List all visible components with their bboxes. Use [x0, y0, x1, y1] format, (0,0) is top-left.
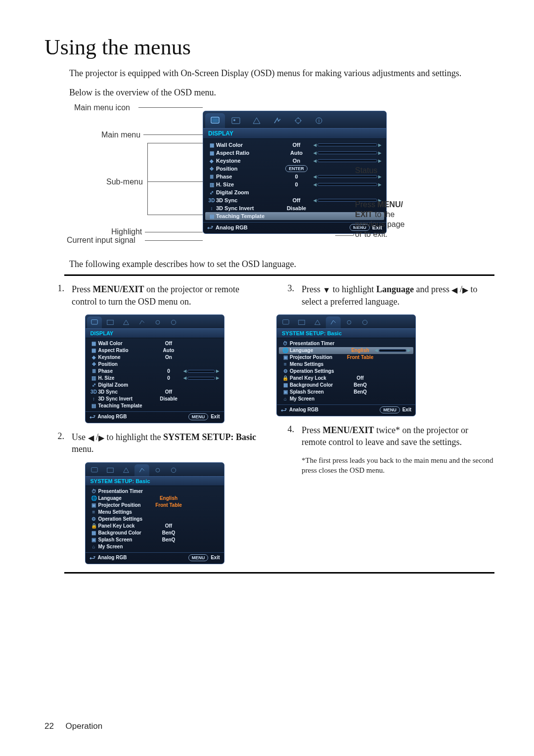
osd-tab-system2-icon[interactable] [150, 316, 165, 328]
svg-text:i: i [318, 118, 319, 124]
osd-row[interactable]: 🔒Panel Key LockOff [89, 523, 220, 530]
step-column-right: 3. Press ▼ to highlight Language and pre… [274, 283, 494, 572]
callout-status: Status [355, 166, 377, 175]
callout-highlight: Highlight [111, 227, 142, 236]
osd-row[interactable]: 🔒Panel Key LockOff [281, 375, 411, 382]
page-footer: 22 Operation [44, 721, 102, 731]
osd-tab-display-icon[interactable] [205, 113, 225, 128]
osd-row[interactable]: ▦Aspect RatioAuto [89, 347, 220, 354]
row-icon: ↕ [207, 206, 216, 211]
osd-tab-display-icon[interactable] [87, 316, 102, 328]
osd-window-system-small: SYSTEM SETUP: Basic ⏱Presentation Timer … [85, 462, 224, 564]
osd-tab-display-icon[interactable] [278, 316, 293, 328]
svg-rect-13 [91, 467, 97, 472]
input-icon: ⮐ [207, 224, 213, 230]
osd-row-highlighted[interactable]: 🌐LanguageEnglish◀▶ [279, 347, 413, 354]
osd-row[interactable]: ≣Phase0◀▶ [89, 368, 220, 375]
osd-row[interactable]: ✥Position [89, 361, 220, 368]
svg-point-5 [296, 118, 301, 123]
osd-row[interactable]: ▣Splash ScreenBenQ [89, 536, 220, 543]
osd-tab-display-icon[interactable] [87, 464, 102, 476]
osd-row[interactable]: ↕3D Sync InvertDisable [89, 396, 220, 402]
svg-marker-20 [315, 320, 320, 324]
osd-row[interactable]: ▦Wall ColorOff [89, 340, 220, 347]
svg-rect-1 [212, 118, 218, 122]
osd-row[interactable]: ▦Background ColorBenQ [89, 530, 220, 536]
osd-row[interactable]: ⤢Digital Zoom [89, 382, 220, 389]
osd-tab-info-icon[interactable] [357, 316, 372, 328]
osd-row[interactable]: ⚙Operation Settings [281, 368, 411, 375]
intro-block: The projector is equipped with On-Screen… [69, 67, 494, 99]
osd-tab-picture-icon[interactable] [103, 316, 118, 328]
osd-overview-diagram: Main menu icon Main menu Sub-menu Highli… [44, 106, 494, 254]
osd-row[interactable]: 3D3D SyncOff [89, 389, 220, 396]
osd-row[interactable]: ▥H. Size0◀▶ [207, 180, 382, 188]
osd-tab-system1-icon[interactable] [134, 316, 149, 328]
svg-marker-15 [123, 468, 129, 472]
osd-row[interactable]: ◆KeystoneOn [89, 354, 220, 361]
osd-row[interactable]: ⌂My Screen [89, 543, 220, 550]
osd-input-signal: Analog RGB [216, 224, 248, 230]
osd-window-system-lang: SYSTEM SETUP: Basic ⏱Presentation Timer … [276, 314, 416, 416]
osd-tab-system2-icon[interactable] [342, 316, 356, 328]
osd-tab-system2-icon[interactable] [288, 113, 308, 128]
osd-tab-system1-icon[interactable] [267, 113, 287, 128]
osd-tab-system2-icon[interactable] [150, 464, 165, 476]
osd-row[interactable]: ◆KeystoneOn◀▶ [207, 157, 382, 165]
osd-row[interactable]: ▤Teaching Template [89, 402, 220, 409]
row-icon: ✥ [207, 166, 216, 172]
osd-tab-row [86, 463, 224, 476]
osd-tab-source-icon[interactable] [119, 316, 134, 328]
osd-tab-picture-icon[interactable] [103, 464, 118, 476]
step-3: 3. Press ▼ to highlight Language and pre… [274, 283, 494, 308]
osd-row[interactable]: ⏱Presentation Timer [281, 340, 411, 347]
step-column-left: 1. Press MENU/EXIT on the projector or r… [44, 283, 265, 572]
osd-heading: DISPLAY [203, 128, 386, 139]
osd-step2-wrap: SYSTEM SETUP: Basic ⏱Presentation Timer … [44, 462, 265, 564]
svg-rect-14 [107, 468, 113, 472]
osd-tab-info-icon[interactable]: i [309, 113, 329, 128]
left-arrow-icon: ◀ [451, 286, 457, 294]
row-icon: ▤ [207, 214, 216, 219]
row-icon: ≣ [207, 174, 216, 179]
osd-tab-picture-icon[interactable] [294, 316, 309, 328]
osd-tab-system1-icon[interactable] [326, 316, 341, 328]
osd-row[interactable]: ▣Projector PositionFront Table [89, 502, 220, 509]
osd-row[interactable]: 🌐LanguageEnglish [89, 495, 220, 502]
osd-row[interactable]: ▣Splash ScreenBenQ [281, 389, 411, 396]
callout-current-input: Current input signal [67, 236, 135, 245]
osd-tab-source-icon[interactable] [247, 113, 267, 128]
row-icon: ⤢ [207, 190, 216, 195]
osd-row[interactable]: ⌂My Screen [281, 396, 411, 402]
osd-row[interactable]: ▥H. Size0◀▶ [89, 375, 220, 382]
enter-pill: ENTER [285, 165, 308, 172]
svg-marker-4 [253, 118, 260, 124]
osd-row[interactable]: ≡Menu Settings [281, 361, 411, 368]
osd-row[interactable]: ⏱Presentation Timer [89, 488, 220, 495]
page-section: Operation [66, 721, 103, 731]
manual-page: Using the menus The projector is equippe… [0, 0, 534, 756]
step-2: 2. Use ◀ /▶ to highlight the SYSTEM SETU… [44, 431, 265, 455]
osd-tab-info-icon[interactable] [166, 316, 181, 328]
osd-row[interactable]: ▦Wall ColorOff◀▶ [207, 141, 382, 149]
osd-row[interactable]: ▦Aspect RatioAuto◀▶ [207, 149, 382, 157]
osd-tab-picture-icon[interactable] [226, 113, 246, 128]
osd-row[interactable]: ≡Menu Settings [89, 509, 220, 516]
osd-tab-info-icon[interactable] [166, 464, 181, 476]
osd-tab-source-icon[interactable] [310, 316, 325, 328]
osd-tab-source-icon[interactable] [119, 464, 134, 476]
osd-tab-row [86, 315, 224, 328]
right-arrow-icon: ▶ [98, 434, 104, 442]
svg-rect-2 [232, 118, 240, 124]
osd-row[interactable]: ⚙Operation Settings [89, 516, 220, 523]
down-arrow-icon: ▼ [323, 286, 331, 294]
svg-point-16 [156, 468, 160, 472]
svg-point-3 [233, 119, 235, 121]
footnote: *The first press leads you back to the m… [302, 455, 494, 476]
osd-row[interactable]: ▣Projector PositionFront Table [281, 354, 411, 361]
osd-row[interactable]: ▦Background ColorBenQ [281, 382, 411, 389]
callout-main-menu: Main menu [101, 131, 140, 139]
svg-point-11 [156, 320, 160, 324]
osd-tab-system1-icon[interactable] [134, 464, 149, 476]
osd-row[interactable]: ⤢Digital Zoom [207, 188, 382, 196]
